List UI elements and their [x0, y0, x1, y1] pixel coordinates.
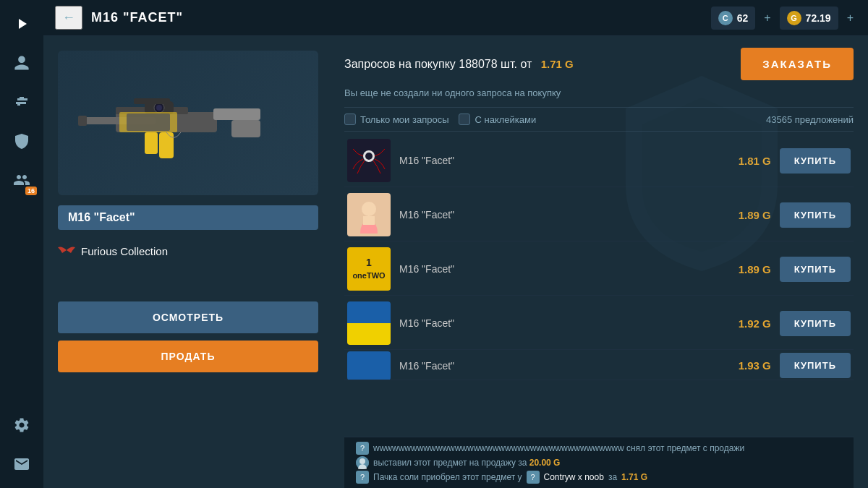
- activity-text-3b: за: [608, 471, 617, 484]
- add-g-button[interactable]: +: [844, 12, 856, 25]
- svg-rect-1: [213, 108, 260, 120]
- activity-avatar-2: [356, 456, 369, 469]
- buy-button-5[interactable]: КУПИТЬ: [780, 353, 851, 378]
- sidebar-item-gun[interactable]: [5, 85, 38, 119]
- listing-name-5: M16 "Facet": [399, 360, 712, 372]
- g-currency-icon: G: [787, 11, 801, 25]
- c-currency-value: 62: [737, 12, 749, 24]
- activity-price-3: 1.71 G: [621, 471, 647, 484]
- main-content: ← M16 "FACET" C 62 + G 72.19 +: [43, 0, 868, 488]
- svg-point-7: [156, 105, 162, 111]
- activity-question-icon-3: ?: [356, 471, 369, 484]
- activity-price-2: 20.00 G: [529, 458, 561, 468]
- listing-thumb-4: [347, 301, 391, 345]
- left-panel: M16 "Facet" Furious Collection ОСМОТРЕТЬ…: [43, 36, 333, 488]
- collection-icon: [58, 243, 75, 260]
- listing-thumb-5: [347, 351, 391, 380]
- inspect-button[interactable]: ОСМОТРЕТЬ: [58, 301, 318, 333]
- buy-request-info: Запросов на покупку 188078 шт. от 1.71 G: [344, 58, 574, 71]
- listing-price-4: 1.92 G: [720, 317, 771, 330]
- sell-button[interactable]: ПРОДАТЬ: [58, 341, 318, 372]
- svg-point-15: [365, 153, 373, 160]
- left-buttons: ОСМОТРЕТЬ ПРОДАТЬ: [58, 301, 318, 372]
- sidebar-item-settings[interactable]: [5, 408, 38, 442]
- filter-my-group: Только мои запросы: [344, 114, 448, 125]
- activity-text-3a: Пачка соли приобрел этот предмет у: [373, 471, 522, 484]
- buy-request-text: Запросов на покупку 188078 шт. от: [344, 58, 532, 70]
- filter-stickers-checkbox[interactable]: [459, 114, 470, 125]
- svg-rect-11: [127, 114, 170, 131]
- currency-c-box: C 62: [711, 7, 756, 30]
- filter-my-label: Только мои запросы: [360, 114, 448, 125]
- listing-thumb-1: [347, 139, 391, 182]
- sidebar-item-shield[interactable]: [5, 124, 38, 158]
- activity-seller-name: Contryw x noob: [544, 471, 604, 484]
- filter-stickers-group: С наклейками: [459, 114, 536, 125]
- activity-text-1: wwwwwwwwwwwwwwwwwwwwwwwwwwwwwwwwwwwwwwww…: [373, 442, 744, 455]
- svg-rect-12: [78, 116, 87, 126]
- activity-text-2: выставил этот предмет на продажу за 20.0…: [373, 456, 560, 469]
- watermark-icon: [593, 65, 810, 282]
- svg-rect-18: [363, 216, 375, 225]
- activity-row-3: ? Пачка соли приобрел этот предмет у ? C…: [356, 471, 842, 484]
- svg-rect-8: [159, 132, 174, 158]
- svg-rect-9: [145, 132, 158, 154]
- svg-rect-2: [231, 120, 260, 137]
- gun-image-box: [58, 51, 318, 195]
- currency-g-box: G 72.19: [780, 7, 838, 30]
- listing-name-4: M16 "Facet": [399, 317, 712, 329]
- team-badge: 16: [25, 187, 37, 195]
- buy-button-4[interactable]: КУПИТЬ: [780, 311, 851, 336]
- g-currency-value: 72.19: [806, 12, 831, 24]
- collection-name: Furious Collection: [81, 245, 168, 257]
- svg-point-20: [359, 458, 365, 464]
- c-currency-icon: C: [718, 11, 733, 25]
- page-title: M16 "FACET": [91, 10, 183, 25]
- body-area: M16 "Facet" Furious Collection ОСМОТРЕТЬ…: [43, 36, 868, 488]
- sidebar-item-team[interactable]: 16: [5, 163, 38, 197]
- filter-my-checkbox[interactable]: [344, 114, 356, 125]
- svg-point-17: [362, 202, 376, 216]
- sidebar-item-play[interactable]: [5, 7, 38, 40]
- collection-box: Furious Collection: [58, 240, 318, 262]
- sidebar: 16: [0, 0, 43, 488]
- listing-thumb-3: 1oneTWO: [347, 247, 391, 291]
- sidebar-item-profile[interactable]: [5, 46, 38, 80]
- currency-area: C 62 + G 72.19 +: [711, 7, 856, 30]
- activity-bar: ? wwwwwwwwwwwwwwwwwwwwwwwwwwwwwwwwwwwwww…: [344, 437, 854, 488]
- gun-name-box: M16 "Facet": [58, 205, 318, 230]
- listing-row: M16 "Facet" 1.93 G КУПИТЬ: [344, 351, 854, 380]
- activity-row-2: выставил этот предмет на продажу за 20.0…: [356, 456, 842, 469]
- sidebar-item-mail[interactable]: [5, 448, 38, 481]
- activity-question-icon-1: ?: [356, 442, 369, 455]
- listing-row: M16 "Facet" 1.92 G КУПИТЬ: [344, 297, 854, 350]
- buy-request-price: 1.71 G: [541, 58, 574, 70]
- listing-thumb-2: [347, 193, 391, 236]
- filter-stickers-label: С наклейками: [475, 114, 536, 125]
- add-c-button[interactable]: +: [761, 12, 773, 25]
- activity-question-icon-3b: ?: [527, 471, 540, 484]
- back-button[interactable]: ←: [55, 6, 82, 30]
- gun-image: [72, 65, 304, 181]
- activity-row-1: ? wwwwwwwwwwwwwwwwwwwwwwwwwwwwwwwwwwwwww…: [356, 442, 842, 455]
- header: ← M16 "FACET" C 62 + G 72.19 +: [43, 0, 868, 36]
- listing-price-5: 1.93 G: [720, 359, 771, 372]
- svg-rect-13: [134, 98, 170, 104]
